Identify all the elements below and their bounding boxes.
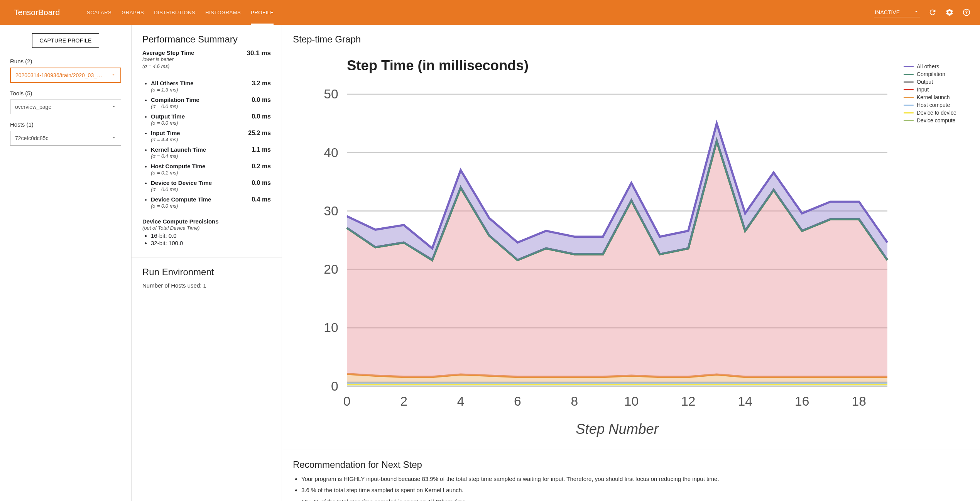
metric-name: Device to Device Time xyxy=(151,179,212,186)
precisions-block: Device Compute Precisions (out of Total … xyxy=(142,218,271,247)
performance-summary-title: Performance Summary xyxy=(142,34,271,45)
avg-step-time-value: 30.1 ms xyxy=(247,49,271,57)
legend-item: All others xyxy=(904,63,969,69)
chevron-down-icon xyxy=(914,9,919,15)
metric-sigma: (σ = 0.0 ms) xyxy=(151,203,178,209)
tools-select-value: overview_page xyxy=(15,104,51,110)
recommendation-item: 10.5 % of the total step time sampled is… xyxy=(301,498,969,501)
tools-select[interactable]: overview_page xyxy=(10,100,121,114)
metric-sigma: (σ = 0.0 ms) xyxy=(151,186,178,192)
run-environment-title: Run Environment xyxy=(142,267,271,278)
metric-value: 0.4 ms xyxy=(245,196,271,203)
runs-label: Runs (2) xyxy=(10,58,121,64)
tab-profile[interactable]: PROFILE xyxy=(251,0,274,25)
capture-profile-button[interactable]: CAPTURE PROFILE xyxy=(32,33,99,48)
run-environment-section: Run Environment Number of Hosts used: 1 xyxy=(132,257,282,289)
svg-text:0: 0 xyxy=(331,379,338,393)
hosts-select[interactable]: 72cefc0dc85c xyxy=(10,131,121,146)
header-right: INACTIVE xyxy=(874,7,971,17)
legend-item: Input xyxy=(904,86,969,93)
legend-swatch xyxy=(904,105,914,106)
legend-label: Compilation xyxy=(917,71,945,77)
metric-row: Compilation Time(σ = 0.0 ms) 0.0 ms xyxy=(151,96,271,109)
metric-value: 1.1 ms xyxy=(245,146,271,153)
gear-icon[interactable] xyxy=(945,8,954,17)
metric-row: Host Compute Time(σ = 0.1 ms) 0.2 ms xyxy=(151,163,271,176)
precisions-title: Device Compute Precisions xyxy=(142,218,219,225)
svg-text:30: 30 xyxy=(324,204,338,218)
legend-swatch xyxy=(904,120,914,121)
metric-row: Output Time(σ = 0.0 ms) 0.0 ms xyxy=(151,113,271,126)
metric-value: 25.2 ms xyxy=(242,130,271,137)
hosts-select-value: 72cefc0dc85c xyxy=(15,135,48,141)
metric-row: Kernel Launch Time(σ = 0.4 ms) 1.1 ms xyxy=(151,146,271,159)
metric-sigma: (σ = 0.0 ms) xyxy=(151,103,178,109)
legend-swatch xyxy=(904,66,914,67)
svg-text:10: 10 xyxy=(324,320,338,335)
avg-step-time-row: Average Step Time lower is better (σ = 4… xyxy=(142,49,271,70)
svg-text:2: 2 xyxy=(400,394,407,408)
svg-text:6: 6 xyxy=(514,394,521,408)
legend-swatch xyxy=(904,74,914,75)
svg-text:8: 8 xyxy=(571,394,578,408)
app-body: CAPTURE PROFILE Runs (2) 20200314-180936… xyxy=(0,25,980,501)
tab-histograms[interactable]: HISTOGRAMS xyxy=(205,0,241,25)
metric-row: Device to Device Time(σ = 0.0 ms) 0.0 ms xyxy=(151,179,271,192)
metric-name: All Others Time xyxy=(151,80,194,86)
precisions-item: 16-bit: 0.0 xyxy=(151,232,271,239)
legend-swatch xyxy=(904,112,914,113)
chart-wrap: Step Time (in milliseconds)0102030405002… xyxy=(293,49,969,445)
metric-value: 3.2 ms xyxy=(245,80,271,87)
metric-list: All Others Time(σ = 1.3 ms) 3.2 ms Compi… xyxy=(142,76,271,213)
precisions-sub: (out of Total Device Time) xyxy=(142,225,199,231)
tab-distributions[interactable]: DISTRIBUTIONS xyxy=(154,0,195,25)
sidebar: CAPTURE PROFILE Runs (2) 20200314-180936… xyxy=(0,25,131,501)
svg-text:0: 0 xyxy=(343,394,351,408)
metric-row: Input Time(σ = 4.4 ms) 25.2 ms xyxy=(151,130,271,142)
metric-name: Device Compute Time xyxy=(151,196,211,203)
precisions-item: 32-bit: 100.0 xyxy=(151,240,271,246)
legend-item: Kernel launch xyxy=(904,94,969,100)
legend-label: Kernel launch xyxy=(917,94,950,100)
help-icon[interactable] xyxy=(962,8,971,17)
metric-row: All Others Time(σ = 1.3 ms) 3.2 ms xyxy=(151,80,271,93)
tab-graphs[interactable]: GRAPHS xyxy=(122,0,144,25)
precisions-list: 16-bit: 0.032-bit: 100.0 xyxy=(142,232,271,246)
step-time-chart: Step Time (in milliseconds)0102030405002… xyxy=(293,51,898,440)
svg-text:50: 50 xyxy=(324,87,338,101)
metric-name: Input Time xyxy=(151,130,180,136)
legend-label: Device to device xyxy=(917,110,956,116)
mode-select-label: INACTIVE xyxy=(875,9,900,15)
legend-label: Output xyxy=(917,79,933,85)
avg-step-time-name: Average Step Time xyxy=(142,49,194,56)
hosts-label: Hosts (1) xyxy=(10,121,121,128)
main: Performance Summary Average Step Time lo… xyxy=(131,25,980,501)
svg-text:20: 20 xyxy=(324,262,338,276)
metric-name: Host Compute Time xyxy=(151,163,205,169)
run-environment-hosts: Number of Hosts used: 1 xyxy=(142,282,271,289)
refresh-icon[interactable] xyxy=(928,8,937,17)
legend-item: Compilation xyxy=(904,71,969,77)
legend-label: Device compute xyxy=(917,117,955,124)
svg-text:14: 14 xyxy=(738,394,752,408)
runs-select[interactable]: 20200314-180936/train/2020_03_… xyxy=(10,68,121,83)
mode-select[interactable]: INACTIVE xyxy=(874,7,920,17)
legend-item: Host compute xyxy=(904,102,969,108)
legend-label: Host compute xyxy=(917,102,950,108)
svg-text:10: 10 xyxy=(624,394,639,408)
chevron-down-icon xyxy=(112,104,116,110)
svg-text:16: 16 xyxy=(795,394,809,408)
precisions-head: Device Compute Precisions (out of Total … xyxy=(142,218,271,231)
svg-text:4: 4 xyxy=(457,394,465,408)
metric-value: 0.0 ms xyxy=(245,179,271,186)
tab-scalars[interactable]: SCALARS xyxy=(87,0,112,25)
step-time-graph-title: Step-time Graph xyxy=(293,34,969,45)
legend-label: Input xyxy=(917,86,929,93)
runs-select-value: 20200314-180936/train/2020_03_… xyxy=(15,72,102,78)
nav-tabs: SCALARSGRAPHSDISTRIBUTIONSHISTOGRAMSPROF… xyxy=(87,0,274,25)
legend-swatch xyxy=(904,81,914,83)
metric-sigma: (σ = 0.0 ms) xyxy=(151,120,178,126)
legend-item: Device compute xyxy=(904,117,969,124)
col-right: Step-time Graph Step Time (in millisecon… xyxy=(282,25,980,501)
col-performance: Performance Summary Average Step Time lo… xyxy=(131,25,282,501)
